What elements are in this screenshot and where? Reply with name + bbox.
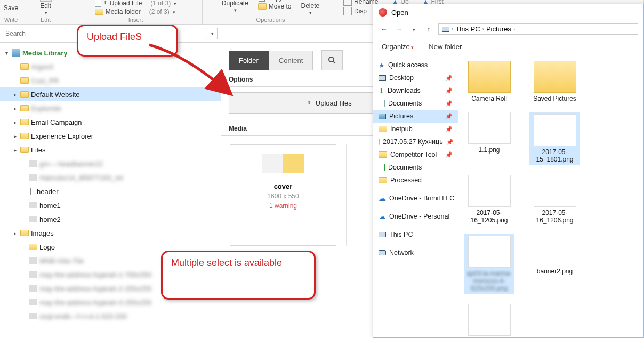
- page-icon: [95, 0, 101, 7]
- file-item[interactable]: 2017-05-15_1801.png: [529, 112, 580, 165]
- sidebar-item-label: Quick access: [388, 61, 428, 69]
- folder-icon: [95, 9, 103, 15]
- thumb-icon: [29, 313, 37, 319]
- tree-item[interactable]: ooql-endb---f-i-i-d-1-020-200: [0, 309, 221, 323]
- thumb-icon: [29, 271, 37, 278]
- nav-back-button[interactable]: ←: [379, 25, 389, 33]
- sidebar-item[interactable]: ☁OneDrive - Personal: [373, 210, 458, 223]
- tree-item-label: home2: [39, 215, 61, 223]
- ribbon-group-write: Save Write: [0, 0, 22, 24]
- file-thumbnail: [468, 61, 511, 93]
- save-button[interactable]: Save: [4, 4, 18, 12]
- media-folder-button[interactable]: Media folder (2 of 3): [95, 8, 175, 15]
- tree-item[interactable]: gm----headbanner22: [0, 157, 221, 171]
- sidebar-item[interactable]: Documents📌: [373, 97, 458, 110]
- thumb-icon: [29, 285, 37, 292]
- tab-folder[interactable]: Folder: [229, 51, 269, 70]
- sidebar-item[interactable]: This PC: [373, 228, 458, 241]
- tree-item[interactable]: header: [0, 184, 221, 198]
- file-item[interactable]: 1.1.png: [464, 112, 514, 165]
- sidebar-item[interactable]: ★Quick access: [373, 59, 458, 71]
- tree-item[interactable]: ▸Email Campaign: [0, 115, 221, 129]
- pin-icon: 📌: [445, 113, 453, 120]
- upload-file-button[interactable]: Upload File (1 of 3): [95, 0, 177, 7]
- tree-item[interactable]: ▸Files: [0, 143, 221, 157]
- sidebar-item[interactable]: 2017.05.27 Кухчиць📌: [373, 135, 458, 148]
- sidebar-item[interactable]: Inetpub📌: [373, 123, 458, 135]
- tab-content[interactable]: Content: [269, 51, 313, 70]
- count-label: (2 of 3): [143, 8, 170, 15]
- media-card[interactable]: cover 1600 x 550 1 warning: [230, 144, 336, 246]
- tree-item[interactable]: Argon3: [0, 60, 221, 74]
- sidebar-item[interactable]: Desktop📌: [373, 71, 458, 84]
- sidebar-item[interactable]: Documents: [373, 161, 458, 174]
- tree-item-label: Default Website: [31, 91, 80, 99]
- file-thumbnail: [468, 175, 511, 207]
- star-icon: ★: [379, 61, 385, 69]
- tree-item[interactable]: home2: [0, 212, 221, 226]
- file-thumbnail: [468, 236, 511, 268]
- tree-item-label: gm----headbanner22: [39, 160, 103, 168]
- sidebar-item[interactable]: Network: [373, 246, 458, 259]
- tree-item[interactable]: home1: [0, 198, 221, 212]
- organize-menu[interactable]: Organize: [382, 43, 414, 51]
- file-name: 1.1.png: [478, 146, 500, 154]
- crumb-root[interactable]: This PC: [455, 25, 480, 33]
- sidebar-item-label: Network: [389, 249, 414, 256]
- sidebar-item-label: Competitor Tool: [390, 151, 437, 158]
- pin-icon: 📌: [445, 75, 453, 82]
- sidebar-item[interactable]: Processed: [373, 174, 458, 187]
- tree-item[interactable]: ▸Images: [0, 226, 221, 240]
- sidebar-item-label: Downloads: [388, 87, 421, 94]
- tree-item-label: header: [37, 188, 58, 196]
- file-item[interactable]: 2017-05-16_1206.png: [529, 175, 580, 224]
- file-thumbnail: [534, 175, 576, 207]
- copy-to-button[interactable]: Copy to: [258, 0, 292, 2]
- nav-forward-button: →: [393, 25, 404, 33]
- file-thumbnail: [534, 61, 576, 93]
- folder-icon: [20, 230, 29, 236]
- delete-button[interactable]: ✕ Delete: [301, 0, 320, 15]
- ribbon-group-label: Write: [4, 15, 18, 24]
- tree-item[interactable]: Cust_PR: [0, 74, 221, 87]
- document-icon: [379, 164, 385, 171]
- tree-item-label: Files: [31, 146, 45, 154]
- nav-up-button[interactable]: ↑: [423, 25, 434, 33]
- view-dropdown[interactable]: [206, 28, 218, 39]
- move-to-button[interactable]: Move to: [258, 3, 292, 10]
- tree-item-label: may-the-address-fujairah-3-255x255: [39, 299, 151, 307]
- file-item[interactable]: banner2.png: [529, 234, 580, 294]
- nav-history-button[interactable]: [408, 25, 419, 33]
- file-item[interactable]: 2017-05-16_1205.png: [464, 175, 514, 224]
- display-button[interactable]: Disp: [343, 7, 367, 15]
- folder-item[interactable]: Camera Roll: [464, 61, 514, 102]
- tree-item[interactable]: ▸Explomite: [0, 101, 221, 115]
- thumb-icon: [29, 216, 37, 222]
- edit-button[interactable]: Edit: [40, 0, 52, 15]
- sidebar-item[interactable]: ⬇Downloads📌: [373, 84, 458, 97]
- duplicate-button[interactable]: Duplicate: [222, 0, 248, 13]
- sidebar-item[interactable]: Pictures📌: [373, 110, 458, 123]
- tree-item[interactable]: ▸Experience Explorer: [0, 129, 221, 143]
- sidebar-item-label: Documents: [388, 164, 422, 171]
- tree-item[interactable]: ▸Default Website: [0, 87, 221, 101]
- crumb-leaf[interactable]: Pictures: [486, 25, 511, 33]
- new-folder-button[interactable]: New folder: [429, 43, 462, 51]
- tree-item[interactable]: Haircolor14_i85877193_ret: [0, 171, 221, 184]
- breadcrumb[interactable]: › This PC › Pictures ›: [438, 23, 638, 35]
- sidebar-item[interactable]: Competitor Tool📌: [373, 148, 458, 161]
- tree-item-label: Haircolor14_i85877193_ret: [39, 174, 123, 182]
- file-item[interactable]: ap03-la-marina-morocco-4-620x200.png: [464, 234, 514, 294]
- network-icon: [379, 250, 386, 255]
- file-name: Camera Roll: [471, 95, 507, 102]
- chevron-down-icon[interactable]: [172, 8, 175, 15]
- media-title: cover: [274, 182, 293, 190]
- display-icon: [343, 7, 352, 15]
- monitor-icon: [379, 232, 386, 237]
- sidebar-item[interactable]: ☁OneDrive - Brimit LLC: [373, 192, 458, 205]
- search-button[interactable]: [321, 50, 343, 70]
- file-item[interactable]: d5f8c846-8b66-462d-a628-e822bbc88dcd.png: [464, 304, 514, 337]
- chevron-down-icon[interactable]: [173, 0, 176, 7]
- folder-item[interactable]: Saved Pictures: [529, 61, 580, 102]
- media-dimensions: 1600 x 550: [267, 192, 299, 200]
